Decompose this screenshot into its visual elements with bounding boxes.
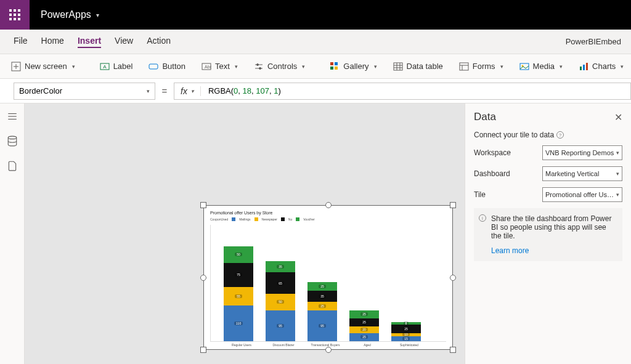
button-icon [149, 62, 158, 71]
info-icon[interactable]: ? [556, 131, 564, 139]
bar-column: 95506535 [265, 261, 296, 341]
menu-bar: File Home Insert View Action PowerBIEmbe… [0, 30, 631, 54]
media-button[interactable]: Media▾ [516, 59, 566, 74]
forms-button[interactable]: Forms▾ [455, 59, 507, 74]
resize-handle-n[interactable] [325, 202, 332, 208]
menu-insert[interactable]: Insert [78, 36, 101, 48]
chart-title: Promotional offer Users by Store [210, 211, 446, 215]
svg-rect-30 [460, 63, 468, 70]
media-pane-button[interactable] [7, 160, 18, 171]
equals-sign: = [155, 86, 174, 96]
workspace-label: Workspace [474, 148, 511, 157]
chart: Promotional offer Users by Store CouponU… [204, 206, 452, 349]
pane-subtitle: Connect your tile to data ? [474, 131, 622, 139]
svg-rect-37 [586, 63, 588, 70]
svg-rect-35 [580, 67, 582, 70]
dashboard-dropdown[interactable]: Marketing Vertical ▾ [542, 166, 622, 181]
svg-point-20 [259, 67, 261, 69]
legend-swatch [254, 217, 258, 221]
x-tick-label: Sophisticated [394, 343, 425, 347]
chevron-down-icon: ▾ [560, 63, 563, 70]
svg-rect-14 [149, 64, 158, 69]
button-button[interactable]: Button [145, 59, 189, 74]
formula-input[interactable]: RGBA(0, 18, 107, 1) [201, 86, 288, 95]
chevron-down-icon: ▾ [235, 63, 238, 70]
svg-rect-4 [14, 14, 16, 16]
tile-label: Tile [474, 190, 486, 199]
svg-rect-6 [9, 18, 12, 20]
pane-title: Data [474, 111, 496, 123]
resize-handle-nw[interactable] [200, 202, 206, 208]
resize-handle-w[interactable] [200, 275, 206, 281]
new-screen-button[interactable]: New screen▾ [7, 59, 79, 74]
bar-segment: 110 [224, 305, 253, 341]
resize-handle-s[interactable] [325, 347, 332, 353]
data-table-icon [393, 62, 403, 71]
menu-action[interactable]: Action [147, 36, 171, 48]
gallery-button[interactable]: Gallery▾ [326, 59, 380, 74]
property-dropdown[interactable]: BorderColor ▾ [14, 83, 155, 100]
app-switcher[interactable]: PowerApps ▾ [30, 9, 110, 20]
text-icon: Abc [202, 62, 211, 71]
menu-view[interactable]: View [115, 36, 133, 48]
canvas[interactable]: Promotional offer Users by Store CouponU… [25, 103, 465, 364]
svg-text:Abc: Abc [205, 65, 211, 69]
data-sources-button[interactable] [7, 135, 18, 147]
label-button[interactable]: A Label [96, 59, 137, 74]
controls-button[interactable]: Controls▾ [250, 59, 309, 74]
svg-rect-7 [14, 18, 16, 20]
label-icon: A [100, 62, 110, 71]
svg-rect-24 [335, 67, 338, 70]
bar-column: 25202525 [349, 310, 380, 341]
controls-icon [254, 62, 264, 71]
resize-handle-sw[interactable] [200, 347, 206, 353]
data-table-button[interactable]: Data table [389, 59, 447, 74]
svg-rect-3 [9, 14, 12, 16]
formula-bar: BorderColor ▾ = fx ▾ RGBA(0, 18, 107, 1) [0, 79, 631, 103]
bar-segment: 35 [266, 261, 295, 273]
control-name-display: PowerBIEmbed [566, 37, 621, 46]
bar-segment: 50 [224, 246, 253, 263]
powerbi-tile[interactable]: Promotional offer Users by Store CouponU… [203, 205, 453, 350]
legend-swatch [281, 217, 285, 221]
bar-segment: 25 [391, 325, 421, 333]
bar-segment: 50 [266, 294, 295, 310]
menu-file[interactable]: File [14, 36, 28, 48]
svg-point-50 [8, 136, 17, 139]
bar-column: 110557550 [223, 246, 254, 341]
svg-text:A: A [103, 64, 107, 70]
close-pane-button[interactable]: ✕ [614, 111, 622, 123]
resize-handle-e[interactable] [450, 275, 456, 281]
chart-plot-area: 1105575509550653595253525252025251510258 [210, 225, 446, 342]
svg-rect-2 [18, 9, 20, 12]
chevron-down-icon: ▾ [302, 63, 305, 70]
bar-segment: 75 [224, 263, 253, 288]
chevron-down-icon: ▾ [72, 63, 75, 70]
menu-home[interactable]: Home [41, 36, 64, 48]
x-tick-label: Aged [352, 343, 383, 347]
learn-more-link[interactable]: Learn more [491, 246, 529, 255]
text-button[interactable]: Abc Text▾ [198, 59, 242, 74]
legend-swatch [232, 217, 235, 221]
share-tip: i Share the tile dashboard from Power BI… [474, 208, 622, 261]
fx-label[interactable]: fx ▾ [174, 86, 201, 96]
bar-segment: 55 [224, 287, 253, 305]
dashboard-label: Dashboard [474, 169, 510, 178]
property-name: BorderColor [19, 86, 62, 95]
tree-view-button[interactable] [7, 111, 18, 122]
chevron-down-icon: ▾ [616, 192, 619, 198]
svg-rect-25 [394, 63, 402, 70]
svg-rect-0 [9, 9, 12, 12]
bar-segment: 25 [307, 302, 337, 310]
waffle-launcher[interactable] [0, 0, 30, 30]
svg-point-18 [256, 63, 258, 65]
workspace-dropdown[interactable]: VNB Reporting Demos ▾ [542, 145, 622, 160]
resize-handle-ne[interactable] [450, 202, 456, 208]
resize-handle-se[interactable] [450, 347, 456, 353]
menu-bar-left: File Home Insert View Action [14, 36, 171, 48]
insert-ribbon: New screen▾ A Label Button Abc Text▾ Con… [0, 54, 631, 79]
tile-dropdown[interactable]: Promotional offer Users ▾ [542, 187, 622, 202]
left-rail [0, 103, 25, 364]
charts-button[interactable]: Charts▾ [575, 59, 627, 74]
main-area: Promotional offer Users by Store CouponU… [0, 103, 631, 364]
